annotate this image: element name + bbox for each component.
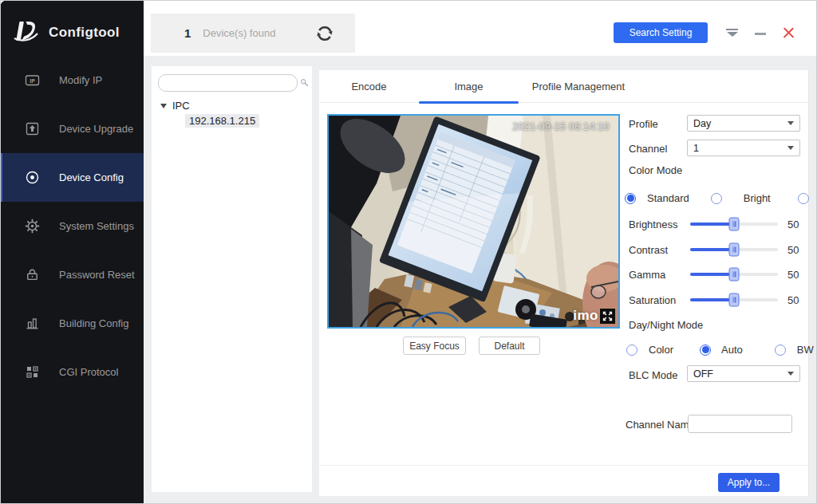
contrast-label: Contrast (629, 244, 690, 256)
lock-icon (24, 267, 40, 283)
tab-profile-management[interactable]: Profile Management (519, 70, 638, 102)
channel-select[interactable]: 1 (687, 140, 800, 156)
svg-text:IP: IP (30, 78, 35, 84)
radio-bw[interactable] (775, 345, 786, 356)
slider-handle[interactable] (729, 293, 740, 307)
tab-image[interactable]: Image (419, 70, 519, 102)
tree-expander-icon[interactable] (160, 104, 167, 108)
profile-select[interactable]: Day (687, 115, 800, 132)
device-tree: IPC 192.168.1.215 (152, 100, 312, 128)
saturation-slider[interactable] (690, 298, 778, 301)
channel-value: 1 (693, 143, 699, 154)
panel-toggle-icon[interactable] (726, 29, 738, 37)
radio-bright[interactable] (711, 193, 722, 204)
device-upgrade-icon (24, 121, 40, 137)
blc-mode-label: BLC Mode (629, 369, 677, 381)
radio-label-bw: BW (797, 344, 814, 356)
slider-fill (690, 248, 734, 251)
sidebar-item-password-reset[interactable]: Password Reset (0, 250, 144, 299)
slider-fill (690, 298, 734, 301)
channel-name-label: Channel Name (626, 419, 695, 431)
close-icon[interactable] (783, 27, 795, 39)
saturation-value: 50 (787, 294, 799, 306)
sidebar-item-label: CGI Protocol (59, 366, 118, 378)
brightness-slider[interactable] (690, 222, 778, 226)
sidebar-item-modify-ip[interactable]: IP Modify IP (0, 56, 144, 104)
device-count-box: 1 Device(s) found (151, 14, 355, 53)
preview-watermark: imo (573, 308, 598, 324)
panel-divider (319, 465, 808, 466)
slider-handle[interactable] (729, 268, 740, 282)
channel-label: Channel (629, 143, 667, 155)
search-setting-button[interactable]: Search Setting (614, 22, 708, 43)
preview-timestamp: 2021-09-15 06:14:10 (512, 121, 610, 132)
saturation-slider-row: Saturation 50 (629, 293, 803, 307)
app-logo-row: Configtool (0, 0, 144, 46)
channel-name-input[interactable] (688, 415, 792, 433)
refresh-button[interactable] (315, 24, 334, 43)
radio-auto[interactable] (700, 345, 711, 356)
radio-label-auto: Auto (721, 344, 743, 356)
slider-handle[interactable] (729, 243, 740, 257)
fullscreen-button[interactable] (600, 309, 615, 324)
tree-search-row (152, 66, 312, 92)
sidebar-item-cgi-protocol[interactable]: CGI Protocol (0, 348, 144, 396)
blc-mode-select[interactable]: OFF (687, 365, 800, 382)
app-title: Configtool (49, 25, 120, 41)
default-button[interactable]: Default (479, 337, 540, 355)
slider-handle[interactable] (729, 218, 740, 231)
gamma-slider[interactable] (690, 273, 778, 276)
sidebar-item-label: Password Reset (59, 269, 135, 281)
modify-ip-icon: IP (24, 73, 40, 89)
device-config-icon (24, 170, 40, 186)
minimize-icon[interactable] (755, 33, 766, 35)
chevron-down-icon (787, 372, 794, 376)
sidebar-item-building-config[interactable]: Building Config (0, 299, 144, 348)
fullscreen-icon (601, 309, 614, 323)
top-header: 1 Device(s) found Search Setting (144, 0, 817, 56)
sidebar-item-label: System Settings (59, 220, 134, 232)
window-controls: Search Setting (614, 22, 795, 43)
apply-to-button[interactable]: Apply to... (718, 473, 780, 492)
contrast-value: 50 (787, 244, 799, 256)
radio-label-standard: Standard (647, 192, 689, 204)
device-found-label: Device(s) found (203, 27, 275, 39)
gear-icon (24, 219, 40, 234)
radio-color[interactable] (626, 345, 637, 356)
profile-value: Day (693, 118, 711, 129)
sidebar-item-device-config[interactable]: Device Config (0, 153, 144, 202)
profile-label: Profile (629, 118, 658, 130)
sidebar-item-label: Modify IP (59, 74, 102, 86)
contrast-slider[interactable] (690, 248, 778, 251)
sidebar: Configtool IP Modify IP Device Upgrade (0, 0, 144, 504)
gamma-slider-row: Gamma 50 (629, 267, 803, 282)
slider-fill (690, 222, 734, 226)
sidebar-nav: IP Modify IP Device Upgrade Device Con (0, 56, 144, 396)
camera-preview[interactable]: 2021-09-15 06:14:10 imo (327, 114, 620, 329)
search-icon[interactable] (300, 75, 309, 91)
easy-focus-button[interactable]: Easy Focus (403, 337, 466, 355)
device-tree-panel: IPC 192.168.1.215 (152, 66, 312, 492)
tab-encode[interactable]: Encode (319, 70, 419, 102)
sidebar-item-device-upgrade[interactable]: Device Upgrade (0, 104, 144, 153)
camera-preview-scene (329, 116, 618, 327)
sidebar-item-system-settings[interactable]: System Settings (0, 202, 144, 250)
brightness-label: Brightness (629, 219, 690, 230)
brightness-slider-row: Brightness 50 (629, 217, 803, 231)
main-panel: Encode Image Profile Management (319, 70, 809, 496)
color-mode-label: Color Mode (629, 164, 682, 176)
gamma-label: Gamma (629, 269, 690, 281)
radio-soft[interactable] (798, 193, 809, 204)
brightness-value: 50 (787, 219, 799, 230)
tree-group-label: IPC (172, 100, 190, 112)
tree-device-item[interactable]: 192.168.1.215 (185, 114, 259, 128)
contrast-slider-row: Contrast 50 (629, 242, 803, 257)
day-night-radios: Color Auto BW (626, 344, 814, 356)
device-count: 1 (184, 26, 191, 40)
tree-group-ipc[interactable]: IPC (152, 100, 312, 112)
radio-standard[interactable] (625, 193, 636, 204)
bar-chart-icon (24, 316, 40, 332)
tree-search-input[interactable] (158, 74, 298, 92)
cgi-protocol-icon (24, 364, 40, 380)
chevron-down-icon (787, 121, 794, 125)
